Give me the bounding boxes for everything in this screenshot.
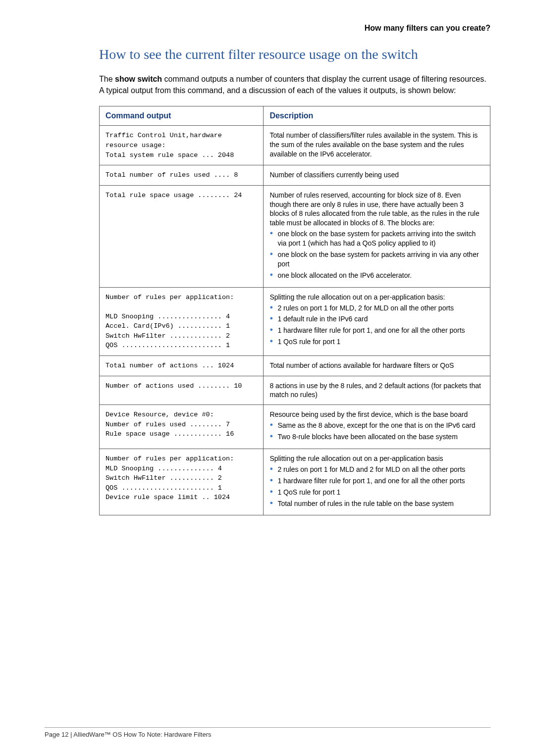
list-item: 1 QoS rule for port 1 <box>269 488 484 497</box>
desc-text: Resource being used by the first device,… <box>269 410 484 419</box>
intro-command: show switch <box>115 75 162 83</box>
bullet-list: 2 rules on port 1 for MLD, 2 for MLD on … <box>269 303 484 347</box>
command-description: 8 actions in use by the 8 rules, and 2 d… <box>264 376 490 405</box>
list-item: Total number of rules in the rule table … <box>269 499 484 508</box>
command-description: Splitting the rule allocation out on a p… <box>264 449 490 515</box>
list-item: 1 hardware filter rule for port 1, and o… <box>269 476 484 486</box>
list-item: 2 rules on port 1 for MLD and 2 for MLD … <box>269 465 484 474</box>
list-item: one block on the base system for packets… <box>269 250 484 269</box>
command-output: Number of rules per application: MLD Sno… <box>100 287 264 355</box>
desc-text: 8 actions in use by the 8 rules, and 2 d… <box>269 382 481 399</box>
table-row: Number of rules per application: MLD Sno… <box>100 449 490 515</box>
list-item: 1 QoS rule for port 1 <box>269 337 484 347</box>
desc-text: Total number of classifiers/filter rules… <box>269 131 478 158</box>
page-header-right: How many filters can you create? <box>45 24 490 33</box>
page-footer: Page 12 | AlliedWare™ OS How To Note: Ha… <box>45 727 490 738</box>
table-row: Total number of actions ... 1024 Total n… <box>100 356 490 376</box>
main-content: How to see the current filter resource u… <box>99 47 490 515</box>
desc-text: Splitting the rule allocation out on a p… <box>269 454 484 463</box>
desc-text: Splitting the rule allocation out on a p… <box>269 293 484 302</box>
table-row: Total rule space usage ........ 24 Numbe… <box>100 185 490 287</box>
command-table: Command output Description Traffic Contr… <box>99 106 490 515</box>
command-output: Number of rules per application: MLD Sno… <box>100 449 264 515</box>
table-header-description: Description <box>264 106 490 126</box>
desc-text: Number of classifiers currently being us… <box>269 171 399 179</box>
desc-text: Total number of actions available for ha… <box>269 361 454 369</box>
command-output: Number of actions used ........ 10 <box>100 376 264 405</box>
section-title: How to see the current filter resource u… <box>99 47 490 62</box>
bullet-list: 2 rules on port 1 for MLD and 2 for MLD … <box>269 465 484 508</box>
table-header-command: Command output <box>100 106 264 126</box>
table-row: Total number of rules used .... 8 Number… <box>100 165 490 186</box>
table-row: Number of actions used ........ 10 8 act… <box>100 376 490 405</box>
command-output: Device Resource, device #0: Number of ru… <box>100 405 264 449</box>
command-description: Number of classifiers currently being us… <box>264 165 490 186</box>
list-item: one block allocated on the IPv6 accelera… <box>269 271 484 280</box>
command-description: Total number of actions available for ha… <box>264 356 490 376</box>
list-item: one block on the base system for packets… <box>269 229 484 248</box>
list-item: 2 rules on port 1 for MLD, 2 for MLD on … <box>269 303 484 313</box>
command-output: Total rule space usage ........ 24 <box>100 185 264 287</box>
table-row: Traffic Control Unit,hardware resource u… <box>100 126 490 165</box>
command-description: Resource being used by the first device,… <box>264 405 490 449</box>
list-item: 1 hardware filter rule for port 1, and o… <box>269 326 484 335</box>
command-description: Number of rules reserved, accounting for… <box>264 185 490 287</box>
list-item: Same as the 8 above, except for the one … <box>269 421 484 430</box>
desc-text: Number of rules reserved, accounting for… <box>269 191 484 228</box>
list-item: Two 8-rule blocks have been allocated on… <box>269 432 484 442</box>
table-row: Number of rules per application: MLD Sno… <box>100 287 490 355</box>
command-output: Total number of rules used .... 8 <box>100 165 264 186</box>
bullet-list: one block on the base system for packets… <box>269 229 484 280</box>
intro-text-1: The <box>99 75 115 83</box>
bullet-list: Same as the 8 above, except for the one … <box>269 421 484 442</box>
list-item: 1 default rule in the IPv6 card <box>269 314 484 324</box>
command-description: Splitting the rule allocation out on a p… <box>264 287 490 355</box>
command-output: Traffic Control Unit,hardware resource u… <box>100 126 264 165</box>
command-description: Total number of classifiers/filter rules… <box>264 126 490 165</box>
table-row: Device Resource, device #0: Number of ru… <box>100 405 490 449</box>
intro-paragraph: The show switch command outputs a number… <box>99 73 490 96</box>
command-output: Total number of actions ... 1024 <box>100 356 264 376</box>
